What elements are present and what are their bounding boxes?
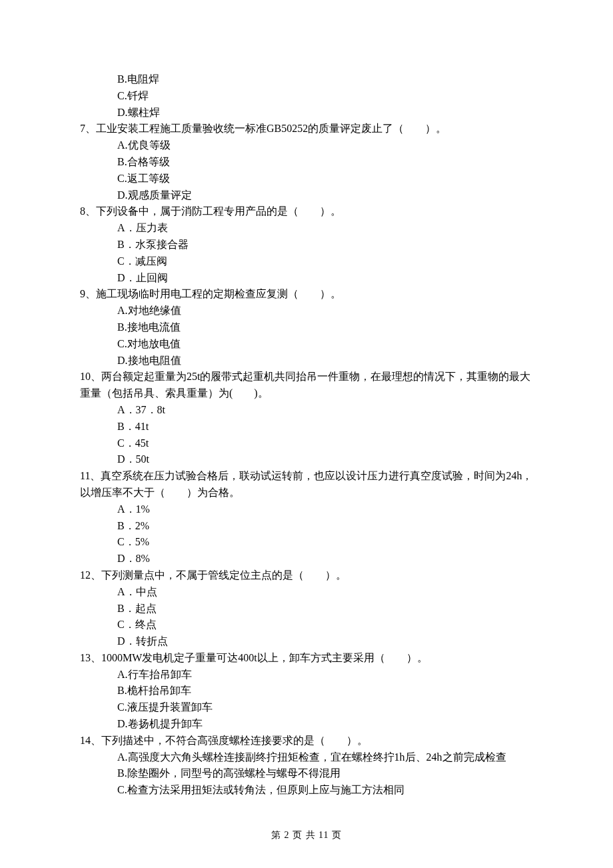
- option-text: B.桅杆抬吊卸车: [117, 685, 191, 696]
- option-a: A．中点: [80, 584, 533, 601]
- option-text: B.接地电流值: [117, 321, 181, 333]
- option-text: C.液压提升装置卸车: [117, 701, 213, 713]
- option-c: C.检查方法采用扭矩法或转角法，但原则上应与施工方法相同: [80, 782, 533, 799]
- option-text: D.卷扬机提升卸车: [117, 718, 203, 729]
- option-c: C.钎焊: [80, 88, 533, 105]
- option-text: B.合格等级: [117, 156, 170, 167]
- option-c: C.液压提升装置卸车: [80, 699, 533, 716]
- question-9: 9、施工现场临时用电工程的定期检查应复测（ ）。 A.对地绝缘值 B.接地电流值…: [80, 286, 533, 369]
- option-text: C.对地放电值: [117, 338, 181, 349]
- option-text: C．终点: [117, 619, 157, 630]
- option-text: C．45t: [117, 437, 149, 449]
- option-d: D.螺柱焊: [80, 105, 533, 121]
- option-d: D.观感质量评定: [80, 187, 533, 204]
- page-footer: 第 2 页 共 11 页: [0, 828, 613, 843]
- option-c: C．45t: [80, 435, 533, 452]
- option-text: B．41t: [117, 421, 149, 432]
- option-text: D．转折点: [117, 635, 168, 647]
- question-number: 14、: [80, 735, 101, 746]
- question-12: 12、下列测量点中，不属于管线定位主点的是（ ）。 A．中点 B．起点 C．终点…: [80, 567, 533, 650]
- option-text: B.除垫圈外，同型号的高强螺栓与螺母不得混用: [117, 767, 340, 779]
- option-text: B．2%: [117, 520, 149, 531]
- option-b: B．水泵接合器: [80, 237, 533, 253]
- option-text: A.对地绝缘值: [117, 305, 181, 316]
- question-number: 12、: [80, 569, 101, 581]
- question-text: 下列描述中，不符合高强度螺栓连接要求的是（ ）。: [101, 735, 368, 746]
- question-10: 10、两台额定起重量为25t的履带式起重机共同抬吊一件重物，在最理想的情况下，其…: [80, 369, 533, 468]
- option-d: D.卷扬机提升卸车: [80, 716, 533, 733]
- question-text: 真空系统在压力试验合格后，联动试运转前，也应以设计压力进行真空度试验，时间为24…: [80, 470, 532, 498]
- option-text: C.检查方法采用扭矩法或转角法，但原则上应与施工方法相同: [117, 784, 404, 795]
- option-a: A.优良等级: [80, 137, 533, 154]
- option-b: B.接地电流值: [80, 319, 533, 336]
- option-b: B.电阻焊: [80, 71, 533, 88]
- question-number: 10、: [80, 371, 101, 382]
- option-c: C．减压阀: [80, 253, 533, 270]
- question-number: 11、: [80, 470, 101, 481]
- option-text: D.接地电阻值: [117, 355, 181, 366]
- option-text: D．8%: [117, 553, 150, 564]
- question-stem: 7、工业安装工程施工质量验收统一标准GB50252的质量评定废止了（ ）。: [80, 121, 533, 137]
- option-text: C.钎焊: [117, 90, 149, 101]
- option-text: A．压力表: [117, 222, 168, 233]
- question-stem: 14、下列描述中，不符合高强度螺栓连接要求的是（ ）。: [80, 733, 533, 749]
- question-number: 8、: [80, 205, 96, 217]
- option-c: C．终点: [80, 617, 533, 633]
- option-b: B.合格等级: [80, 154, 533, 171]
- question-stem: 10、两台额定起重量为25t的履带式起重机共同抬吊一件重物，在最理想的情况下，其…: [80, 369, 533, 402]
- option-text: B．水泵接合器: [117, 239, 189, 250]
- question-14: 14、下列描述中，不符合高强度螺栓连接要求的是（ ）。 A.高强度大六角头螺栓连…: [80, 733, 533, 799]
- question-text: 施工现场临时用电工程的定期检查应复测（ ）。: [96, 288, 341, 299]
- option-text: C．5%: [117, 536, 149, 547]
- option-d: D．50t: [80, 451, 533, 468]
- question-text: 工业安装工程施工质量验收统一标准GB50252的质量评定废止了（ ）。: [96, 123, 446, 134]
- option-b: B.桅杆抬吊卸车: [80, 683, 533, 699]
- option-text: A．37．8t: [117, 404, 165, 415]
- option-text: C．减压阀: [117, 255, 167, 267]
- option-d: D．8%: [80, 551, 533, 567]
- question-number: 9、: [80, 288, 96, 299]
- question-13: 13、1000MW发电机定子重量可达400t以上，卸车方式主要采用（ ）。 A.…: [80, 650, 533, 733]
- option-d: D.接地电阻值: [80, 353, 533, 369]
- option-d: D．止回阀: [80, 270, 533, 287]
- option-b: B．起点: [80, 601, 533, 617]
- question-stem: 11、真空系统在压力试验合格后，联动试运转前，也应以设计压力进行真空度试验，时间…: [80, 468, 533, 501]
- option-text: A．中点: [117, 586, 157, 597]
- option-text: A．1%: [117, 503, 150, 515]
- question-stem: 8、下列设备中，属于消防工程专用产品的是（ ）。: [80, 203, 533, 220]
- option-text: D.观感质量评定: [117, 189, 192, 201]
- question-stem: 12、下列测量点中，不属于管线定位主点的是（ ）。: [80, 567, 533, 584]
- option-text: A.高强度大六角头螺栓连接副终拧扭矩检查，宜在螺栓终拧1h后、24h之前完成检查: [117, 751, 506, 763]
- option-a: A．37．8t: [80, 402, 533, 419]
- option-a: A．1%: [80, 501, 533, 518]
- option-text: B.电阻焊: [117, 73, 159, 85]
- option-text: A.行车抬吊卸车: [117, 669, 192, 680]
- orphan-options-block: B.电阻焊 C.钎焊 D.螺柱焊: [80, 71, 533, 121]
- option-text: D.螺柱焊: [117, 107, 160, 118]
- option-a: A.高强度大六角头螺栓连接副终拧扭矩检查，宜在螺栓终拧1h后、24h之前完成检查: [80, 749, 533, 766]
- option-text: C.返工等级: [117, 173, 170, 184]
- question-7: 7、工业安装工程施工质量验收统一标准GB50252的质量评定废止了（ ）。 A.…: [80, 121, 533, 203]
- option-b: B．2%: [80, 518, 533, 535]
- option-c: C．5%: [80, 534, 533, 551]
- question-text: 两台额定起重量为25t的履带式起重机共同抬吊一件重物，在最理想的情况下，其重物的…: [80, 371, 530, 399]
- option-text: D．50t: [117, 453, 149, 465]
- question-11: 11、真空系统在压力试验合格后，联动试运转前，也应以设计压力进行真空度试验，时间…: [80, 468, 533, 567]
- option-a: A.行车抬吊卸车: [80, 667, 533, 683]
- option-text: D．止回阀: [117, 272, 168, 283]
- question-text: 1000MW发电机定子重量可达400t以上，卸车方式主要采用（ ）。: [101, 652, 428, 663]
- question-number: 13、: [80, 652, 101, 663]
- option-c: C.返工等级: [80, 171, 533, 187]
- option-a: A．压力表: [80, 220, 533, 237]
- question-text: 下列设备中，属于消防工程专用产品的是（ ）。: [96, 205, 341, 217]
- option-d: D．转折点: [80, 633, 533, 650]
- question-stem: 9、施工现场临时用电工程的定期检查应复测（ ）。: [80, 286, 533, 303]
- option-text: A.优良等级: [117, 139, 171, 151]
- option-b: B.除垫圈外，同型号的高强螺栓与螺母不得混用: [80, 765, 533, 782]
- page-number: 第 2 页 共 11 页: [271, 830, 342, 840]
- option-a: A.对地绝缘值: [80, 303, 533, 319]
- option-b: B．41t: [80, 419, 533, 435]
- question-8: 8、下列设备中，属于消防工程专用产品的是（ ）。 A．压力表 B．水泵接合器 C…: [80, 203, 533, 286]
- question-number: 7、: [80, 123, 96, 134]
- option-text: B．起点: [117, 603, 157, 614]
